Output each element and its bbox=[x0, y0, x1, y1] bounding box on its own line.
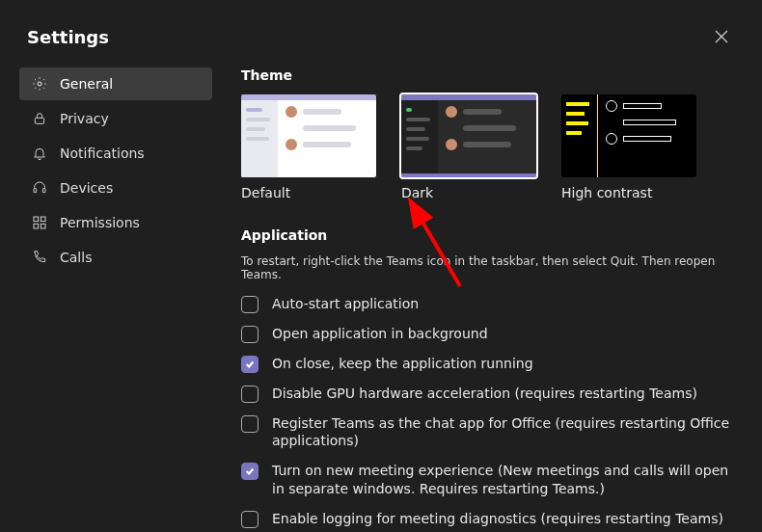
option-label: Register Teams as the chat app for Offic… bbox=[272, 414, 731, 451]
sidebar-item-permissions[interactable]: Permissions bbox=[19, 206, 212, 239]
svg-rect-3 bbox=[42, 189, 45, 193]
close-button[interactable] bbox=[708, 23, 735, 50]
svg-rect-7 bbox=[41, 224, 45, 228]
sidebar-item-calls[interactable]: Calls bbox=[19, 241, 212, 274]
theme-thumb-dark bbox=[401, 94, 536, 177]
svg-rect-4 bbox=[34, 217, 39, 222]
sidebar-item-label: Devices bbox=[60, 180, 113, 196]
settings-sidebar: General Privacy Notifications Devices Pe bbox=[19, 67, 212, 532]
lock-icon bbox=[31, 110, 48, 127]
option-enable-logging[interactable]: Enable logging for meeting diagnostics (… bbox=[241, 510, 731, 528]
option-label: Disable GPU hardware acceleration (requi… bbox=[272, 385, 697, 403]
sidebar-item-label: Calls bbox=[60, 250, 92, 265]
option-on-close-keep-running[interactable]: On close, keep the application running bbox=[241, 355, 731, 373]
theme-label: Dark bbox=[401, 185, 536, 200]
option-label: Turn on new meeting experience (New meet… bbox=[272, 462, 731, 498]
option-label: Auto-start application bbox=[272, 295, 419, 313]
sidebar-item-label: Permissions bbox=[60, 215, 140, 230]
gear-icon bbox=[31, 75, 48, 93]
checkbox[interactable] bbox=[241, 386, 259, 403]
option-register-chat-app[interactable]: Register Teams as the chat app for Offic… bbox=[241, 414, 731, 451]
checkbox[interactable] bbox=[241, 326, 259, 343]
svg-rect-6 bbox=[34, 224, 39, 228]
checkbox[interactable] bbox=[241, 415, 259, 433]
theme-option-dark[interactable]: Dark bbox=[401, 94, 536, 200]
option-new-meeting-experience[interactable]: Turn on new meeting experience (New meet… bbox=[241, 462, 731, 498]
theme-thumb-default bbox=[241, 94, 376, 177]
phone-icon bbox=[31, 249, 48, 266]
headset-icon bbox=[31, 179, 48, 197]
apps-icon bbox=[31, 214, 48, 231]
page-title: Settings bbox=[27, 27, 109, 47]
theme-thumb-high-contrast bbox=[561, 94, 696, 177]
application-section-title: Application bbox=[241, 227, 735, 243]
option-disable-gpu[interactable]: Disable GPU hardware acceleration (requi… bbox=[241, 385, 731, 403]
sidebar-item-label: General bbox=[60, 76, 113, 92]
close-icon bbox=[715, 30, 728, 43]
svg-point-0 bbox=[38, 82, 41, 86]
sidebar-item-label: Notifications bbox=[60, 146, 145, 161]
theme-options: Default Dar bbox=[241, 94, 735, 200]
checkbox[interactable] bbox=[241, 356, 259, 373]
svg-rect-2 bbox=[34, 189, 37, 193]
sidebar-item-privacy[interactable]: Privacy bbox=[19, 102, 212, 135]
checkbox[interactable] bbox=[241, 463, 259, 480]
sidebar-item-label: Privacy bbox=[60, 111, 109, 126]
svg-rect-1 bbox=[35, 118, 43, 123]
settings-main: Theme Default bbox=[212, 67, 762, 532]
theme-label: Default bbox=[241, 185, 376, 200]
option-label: Open application in background bbox=[272, 325, 488, 343]
option-auto-start[interactable]: Auto-start application bbox=[241, 295, 731, 313]
theme-section-title: Theme bbox=[241, 67, 735, 83]
checkbox[interactable] bbox=[241, 511, 259, 528]
bell-icon bbox=[31, 145, 48, 162]
sidebar-item-general[interactable]: General bbox=[19, 67, 212, 100]
option-open-background[interactable]: Open application in background bbox=[241, 325, 731, 343]
sidebar-item-devices[interactable]: Devices bbox=[19, 172, 212, 204]
svg-rect-5 bbox=[41, 217, 45, 222]
theme-option-high-contrast[interactable]: High contrast bbox=[561, 94, 696, 200]
theme-label: High contrast bbox=[561, 185, 696, 200]
application-section-subtitle: To restart, right-click the Teams icon i… bbox=[241, 254, 735, 281]
checkbox[interactable] bbox=[241, 296, 259, 313]
sidebar-item-notifications[interactable]: Notifications bbox=[19, 137, 212, 170]
theme-option-default[interactable]: Default bbox=[241, 94, 376, 200]
option-label: Enable logging for meeting diagnostics (… bbox=[272, 510, 723, 528]
application-options: Auto-start application Open application … bbox=[241, 295, 735, 528]
option-label: On close, keep the application running bbox=[272, 355, 533, 373]
